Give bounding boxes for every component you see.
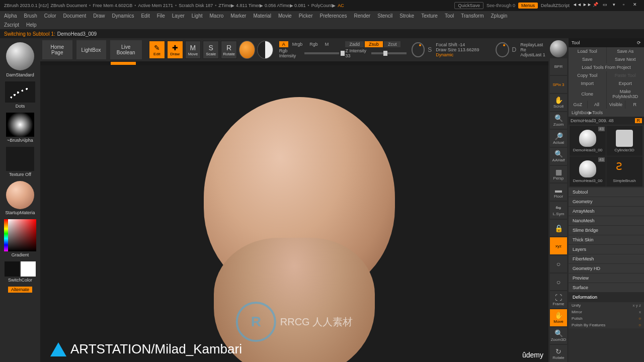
menu-macro[interactable]: Macro xyxy=(210,13,224,19)
spix-slider[interactable]: SPix 3 xyxy=(550,76,567,93)
accordion-fibermesh[interactable]: FiberMesh xyxy=(569,254,644,264)
menu-texture[interactable]: Texture xyxy=(421,13,438,19)
floor-button[interactable]: ▬Floor xyxy=(550,184,567,201)
scale-mode-button[interactable]: SScale xyxy=(203,41,219,59)
aahalf-button[interactable]: 🔍AAHalf xyxy=(550,148,567,165)
accordion-surface[interactable]: Surface xyxy=(569,283,644,293)
menu-zplugin[interactable]: Zplugin xyxy=(491,13,508,19)
z-intensity-slider[interactable] xyxy=(371,52,407,54)
sculptris-button[interactable] xyxy=(257,41,273,59)
rgb-button[interactable]: Rgb xyxy=(306,41,321,47)
scroll-button[interactable]: ✋Scroll xyxy=(550,94,567,111)
focal-dial[interactable] xyxy=(412,42,425,57)
menu-document[interactable]: Document xyxy=(63,13,87,19)
quicksave-button[interactable]: QuickSave xyxy=(454,2,484,9)
close-icon[interactable]: ✕ xyxy=(633,2,640,9)
goz-visible-button[interactable]: Visible xyxy=(607,101,625,109)
alpha-preview[interactable] xyxy=(6,113,34,137)
zoom-button[interactable]: 🔍Zoom xyxy=(550,112,567,129)
brush-preview[interactable] xyxy=(6,42,34,70)
accordion-preview[interactable]: Preview xyxy=(569,274,644,283)
menu-help[interactable]: Help xyxy=(26,22,37,28)
material-preview[interactable] xyxy=(6,181,34,209)
timeline[interactable] xyxy=(40,61,548,65)
focal-shift[interactable]: Focal Shift -14 xyxy=(436,42,490,47)
menu-marker[interactable]: Marker xyxy=(230,13,246,19)
seethrough-slider[interactable]: See-through 0 xyxy=(487,3,515,8)
goz-button[interactable]: GoZ xyxy=(569,101,587,109)
xyz-button[interactable]: xyz xyxy=(550,237,567,254)
lightbox-button[interactable]: LightBox xyxy=(76,40,106,59)
save-as-button[interactable]: Save As xyxy=(607,47,645,55)
actual-button[interactable]: 🔎Actual xyxy=(550,130,567,147)
menu-dynamics[interactable]: Dynamics xyxy=(112,13,134,19)
tool-thumb[interactable]: ƧSimpleBrush xyxy=(606,156,642,187)
replay-dial[interactable] xyxy=(496,42,509,57)
menu-render[interactable]: Render xyxy=(354,13,370,19)
alternate-button[interactable]: Alternate xyxy=(8,287,32,293)
deformation-polish[interactable]: Polish○ xyxy=(569,315,644,322)
import-button[interactable]: Import xyxy=(569,79,606,87)
goz-r-button[interactable]: R xyxy=(625,101,644,109)
maximize-icon[interactable]: ▫ xyxy=(623,2,630,9)
mrgb-button[interactable]: Mrgb xyxy=(289,41,306,47)
stroke-preview[interactable] xyxy=(5,81,35,103)
pin-icon[interactable]: 📌 xyxy=(593,2,600,9)
lightbox-tools[interactable]: Lightbox▶Tools xyxy=(569,109,644,117)
arrow-left-icon[interactable]: ◄◄ xyxy=(573,2,580,9)
dynamic-toggle[interactable]: Dynamic xyxy=(436,52,453,57)
accordion-geometry[interactable]: Geometry xyxy=(569,197,644,207)
draw-size[interactable]: Draw Size 113.66289 xyxy=(436,47,479,52)
export-button[interactable]: Export xyxy=(607,79,645,87)
window-icon[interactable]: ▭ xyxy=(603,2,610,9)
bpr-sphere[interactable] xyxy=(550,40,567,57)
menu-stencil[interactable]: Stencil xyxy=(377,13,392,19)
tool-panel-header[interactable]: Tool ⟳ xyxy=(569,38,644,47)
zsub-button[interactable]: Zsub xyxy=(365,41,383,47)
deformation-polish-by-features[interactable]: Polish By Features○ xyxy=(569,322,644,328)
accordion-thick-skin[interactable]: Thick Skin xyxy=(569,235,644,245)
goz-all-button[interactable]: All xyxy=(588,101,606,109)
move3d-button[interactable]: ✋Move xyxy=(550,309,567,326)
color-picker[interactable] xyxy=(4,219,36,251)
menu-preferences[interactable]: Preferences xyxy=(319,13,347,19)
tool-thumb[interactable]: 43DemoHead3_00 xyxy=(570,156,606,187)
lock-button[interactable]: 🔒 xyxy=(550,220,567,237)
texture-preview[interactable] xyxy=(6,147,34,171)
zoom3d-button[interactable]: 🔍Zoom3D xyxy=(550,327,567,344)
accordion-geometry-hd[interactable]: Geometry HD xyxy=(569,264,644,274)
live-boolean-button[interactable]: Live Boolean xyxy=(110,40,142,59)
viewport[interactable]: R RRCG 人人素材 ARTSTATION/Milad_Kambari ûde… xyxy=(40,65,548,362)
adjust-last[interactable]: AdjustLast 1 xyxy=(520,52,546,57)
menu-file[interactable]: File xyxy=(157,13,165,19)
transpose-icon[interactable]: ○ xyxy=(550,255,567,273)
menu-picker[interactable]: Picker xyxy=(299,13,313,19)
draw-mode-button[interactable]: ✚Draw xyxy=(167,41,183,59)
persp-button[interactable]: ▦Persp xyxy=(550,166,567,183)
edit-mode-button[interactable]: ✎Edit xyxy=(149,41,165,59)
replay-last[interactable]: ReplayLast xyxy=(520,42,543,47)
accordion-layers[interactable]: Layers xyxy=(569,245,644,254)
gradient-label[interactable]: Gradient xyxy=(12,252,29,257)
menus-button[interactable]: Menus xyxy=(518,3,538,9)
r-badge[interactable]: R xyxy=(635,118,642,123)
menu-edit[interactable]: Edit xyxy=(141,13,149,19)
swatch-black[interactable] xyxy=(5,261,20,277)
menu-alpha[interactable]: Alpha xyxy=(4,13,17,19)
swatch-white[interactable] xyxy=(21,261,36,277)
zcut-button[interactable]: Zcut xyxy=(384,41,401,47)
deformation-unify[interactable]: Unifyx y z xyxy=(569,302,644,309)
transpose2-icon[interactable]: ○ xyxy=(550,274,567,291)
menu-draw[interactable]: Draw xyxy=(93,13,105,19)
accordion-arraymesh[interactable]: ArrayMesh xyxy=(569,207,644,216)
clone-button[interactable]: Clone xyxy=(569,87,606,101)
arrow-right-icon[interactable]: ►► xyxy=(583,2,590,9)
accordion-slime-bridge[interactable]: Slime Bridge xyxy=(569,226,644,235)
load-project-button[interactable]: Load Tools From Project xyxy=(569,63,644,71)
gizmo-button[interactable] xyxy=(239,41,255,59)
m-button[interactable]: M xyxy=(322,41,332,47)
tool-thumb[interactable]: Cylinder3D xyxy=(606,126,642,156)
menu-zscript[interactable]: Zscript xyxy=(4,22,19,28)
accordion-nanomesh[interactable]: NanoMesh xyxy=(569,216,644,226)
rotate3d-button[interactable]: ↻Rotate xyxy=(550,345,567,362)
